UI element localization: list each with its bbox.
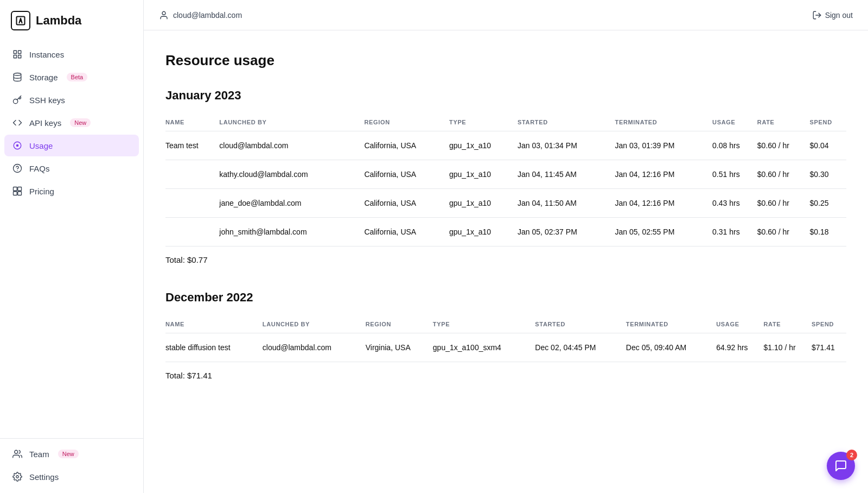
cell-region: Virginia, USA: [366, 333, 433, 362]
cell-rate: $0.60 / hr: [757, 160, 810, 189]
database-icon: [12, 72, 23, 83]
sidebar-item-label: Usage: [29, 141, 53, 150]
chat-unread-badge: 2: [846, 450, 857, 460]
cell-region: California, USA: [364, 189, 449, 218]
user-icon: [159, 10, 169, 20]
svg-point-8: [16, 144, 19, 147]
cell-usage: 0.31 hrs: [712, 218, 757, 246]
beta-badge: Beta: [67, 73, 88, 81]
sidebar-item-instances[interactable]: Instances: [4, 43, 139, 65]
section-dec2022: December 2022 NAME LAUNCHED BY REGION TY…: [165, 290, 846, 380]
chat-button[interactable]: 2: [827, 452, 855, 480]
logo[interactable]: Lambda: [0, 0, 143, 43]
col-terminated: TERMINATED: [615, 113, 713, 131]
usage-icon: [12, 140, 23, 151]
sidebar-item-api-keys[interactable]: API keys New: [4, 112, 139, 134]
cell-terminated: Jan 04, 12:16 PM: [615, 160, 713, 189]
section-jan2023: January 2023 NAME LAUNCHED BY REGION TYP…: [165, 89, 846, 264]
sidebar-item-label: Storage: [29, 73, 58, 82]
cell-started: Jan 04, 11:45 AM: [518, 160, 615, 189]
sidebar-item-label: Pricing: [29, 187, 54, 196]
cell-terminated: Jan 04, 12:16 PM: [615, 189, 713, 218]
svg-point-17: [162, 11, 165, 15]
svg-rect-13: [14, 192, 17, 195]
svg-rect-14: [18, 192, 22, 195]
col-name: NAME: [165, 113, 219, 131]
new-badge: New: [70, 118, 91, 127]
grid-icon: [12, 49, 23, 60]
svg-rect-2: [18, 50, 21, 53]
page-title: Resource usage: [165, 52, 846, 69]
svg-point-5: [14, 73, 21, 76]
col-usage: USAGE: [716, 315, 763, 333]
cell-spend: $71.41: [812, 333, 846, 362]
cell-launched_by: cloud@lambdal.com: [219, 131, 364, 160]
topbar: cloud@lambdal.com Sign out: [144, 0, 868, 30]
sidebar-item-faqs[interactable]: FAQs: [4, 157, 139, 179]
cell-type: gpu_1x_a10: [449, 189, 518, 218]
cell-started: Jan 04, 11:50 AM: [518, 189, 615, 218]
tag-icon: [12, 186, 23, 197]
cell-region: California, USA: [364, 131, 449, 160]
chat-icon: [834, 459, 847, 472]
sidebar-item-usage[interactable]: Usage: [4, 135, 139, 156]
cell-started: Dec 02, 04:45 PM: [535, 333, 626, 362]
sidebar-item-pricing[interactable]: Pricing: [4, 180, 139, 202]
col-started: STARTED: [535, 315, 626, 333]
topbar-user: cloud@lambdal.com: [159, 10, 242, 20]
sidebar-item-label: Team: [29, 450, 49, 459]
cell-spend: $0.30: [810, 160, 846, 189]
sidebar-item-ssh-keys[interactable]: SSH keys: [4, 89, 139, 111]
sidebar-item-team[interactable]: Team New: [4, 443, 139, 465]
table-row: jane_doe@lambdal.comCalifornia, USAgpu_1…: [165, 189, 846, 218]
sidebar-item-label: Instances: [29, 50, 64, 59]
sidebar-item-settings[interactable]: Settings: [4, 466, 139, 488]
cell-name: [165, 160, 219, 189]
cell-rate: $0.60 / hr: [757, 189, 810, 218]
cell-type: gpu_1x_a10: [449, 131, 518, 160]
sidebar-item-label: FAQs: [29, 164, 50, 173]
svg-rect-12: [18, 187, 22, 191]
table-jan2023: NAME LAUNCHED BY REGION TYPE STARTED TER…: [165, 113, 846, 246]
svg-rect-1: [14, 50, 16, 53]
signout-label: Sign out: [825, 11, 853, 20]
col-launched-by: LAUNCHED BY: [219, 113, 364, 131]
team-new-badge: New: [58, 450, 79, 458]
content: Resource usage January 2023 NAME LAUNCHE…: [144, 30, 868, 493]
col-usage: USAGE: [712, 113, 757, 131]
cell-terminated: Dec 05, 09:40 AM: [626, 333, 716, 362]
section-title-jan2023: January 2023: [165, 89, 846, 103]
sidebar-item-storage[interactable]: Storage Beta: [4, 66, 139, 88]
cell-terminated: Jan 03, 01:39 PM: [615, 131, 713, 160]
sidebar-bottom: Team New Settings: [0, 438, 143, 493]
cell-terminated: Jan 05, 02:55 PM: [615, 218, 713, 246]
logo-icon: [11, 11, 30, 30]
col-spend: SPEND: [810, 113, 846, 131]
cell-region: California, USA: [364, 160, 449, 189]
user-email: cloud@lambdal.com: [173, 11, 242, 20]
col-rate: RATE: [757, 113, 810, 131]
users-icon: [12, 448, 23, 459]
sidebar: Lambda Instances Storage Beta SSH keys: [0, 0, 144, 493]
cell-spend: $0.25: [810, 189, 846, 218]
cell-spend: $0.04: [810, 131, 846, 160]
cell-type: gpu_1x_a100_sxm4: [433, 333, 535, 362]
dec2022-total: Total: $71.41: [165, 371, 846, 380]
cell-started: Jan 03, 01:34 PM: [518, 131, 615, 160]
col-type: TYPE: [433, 315, 535, 333]
signout-button[interactable]: Sign out: [812, 10, 853, 20]
cell-spend: $0.18: [810, 218, 846, 246]
cell-type: gpu_1x_a10: [449, 160, 518, 189]
svg-point-9: [14, 165, 22, 173]
svg-rect-3: [14, 55, 16, 58]
col-launched-by: LAUNCHED BY: [263, 315, 366, 333]
nav-items: Instances Storage Beta SSH keys API keys…: [0, 43, 143, 438]
question-icon: [12, 163, 23, 174]
sidebar-item-label: API keys: [29, 118, 61, 128]
col-type: TYPE: [449, 113, 518, 131]
cell-started: Jan 05, 02:37 PM: [518, 218, 615, 246]
cell-rate: $0.60 / hr: [757, 218, 810, 246]
svg-point-16: [16, 476, 19, 478]
cell-usage: 0.43 hrs: [712, 189, 757, 218]
cell-rate: $1.10 / hr: [763, 333, 811, 362]
